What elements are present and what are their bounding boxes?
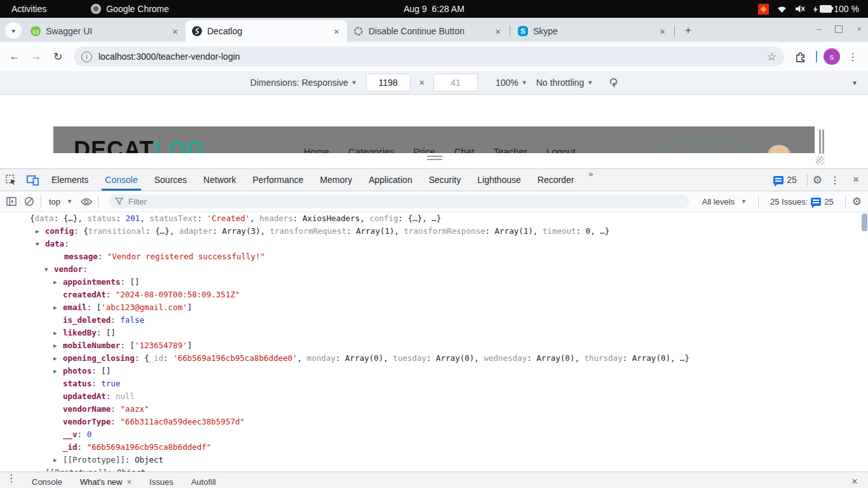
site-info-icon[interactable]: i <box>81 51 92 62</box>
drawer-tab-close-icon[interactable]: × <box>127 477 132 487</box>
device-toolbar-options-icon[interactable]: ▼ <box>851 79 858 86</box>
site-logo[interactable]: DECATLOG <box>74 137 205 153</box>
tab-close-icon[interactable]: × <box>171 26 179 37</box>
toggle-device-toolbar-button[interactable] <box>22 169 43 191</box>
url-text[interactable]: localhost:3000/teacher-vendor-login <box>98 51 766 62</box>
console-messages-count[interactable]: 25 <box>768 175 802 185</box>
tab-console[interactable]: Console <box>97 169 146 191</box>
extensions-button[interactable] <box>790 47 810 66</box>
console-line[interactable]: ▶email: ['abc123@gmail.com'] <box>0 301 868 314</box>
devtools-close-icon[interactable]: × <box>848 173 864 186</box>
console-sidebar-toggle-icon[interactable] <box>3 197 20 206</box>
more-tabs-icon[interactable]: » <box>582 169 599 191</box>
tab-recorder[interactable]: Recorder <box>529 169 583 191</box>
console-line[interactable]: ▶config: {transitional: {…}, adapter: Ar… <box>0 225 868 238</box>
collapsed-triangle-icon[interactable]: ▶ <box>53 365 63 377</box>
nav-link[interactable]: Teacher <box>493 146 527 153</box>
viewport-resize-grip[interactable] <box>427 156 442 161</box>
responsive-page-frame[interactable]: DECATLOG Home Categories Price Chat Teac… <box>53 126 815 153</box>
rotate-viewport-icon[interactable]: ⟳ <box>606 78 620 87</box>
clear-console-icon[interactable] <box>20 196 38 207</box>
bookmark-star-icon[interactable]: ☆ <box>766 50 778 64</box>
drawer-tab-whats-new[interactable]: What's new × <box>71 472 140 488</box>
tab-security[interactable]: Security <box>421 169 470 191</box>
tab-skype[interactable]: S Skype × <box>512 20 673 42</box>
window-restore-button[interactable] <box>835 25 843 33</box>
page-scrollbar[interactable] <box>819 130 821 154</box>
collapsed-triangle-icon[interactable]: ▶ <box>36 466 45 471</box>
issues-counter[interactable]: 25 Issues: 25 <box>765 197 839 207</box>
forward-button[interactable]: → <box>27 47 46 66</box>
tab-close-icon[interactable]: × <box>332 26 341 37</box>
viewport-width-input[interactable] <box>366 74 410 92</box>
console-line[interactable]: ▶appointments: [] <box>0 276 868 288</box>
tab-disable-continue-button[interactable]: Disable Continue Button × <box>347 20 508 42</box>
console-line[interactable]: ▶[[Prototype]]: Object <box>0 454 868 466</box>
console-line[interactable]: ▶[[Prototype]]: Object <box>0 466 868 471</box>
console-line[interactable]: ▶opening_closing: {_id: '66b569a196cb95c… <box>0 352 868 365</box>
back-button[interactable]: ← <box>5 47 24 66</box>
zoom-select[interactable]: 100% ▼ <box>496 78 527 88</box>
nav-link[interactable]: Logout <box>546 146 576 153</box>
collapsed-triangle-icon[interactable]: ▶ <box>53 327 63 339</box>
console-line[interactable]: ▶mobileNumber: ['123654789'] <box>0 339 868 352</box>
console-settings-icon[interactable]: ⚙ <box>852 195 862 208</box>
tab-performance[interactable]: Performance <box>244 169 311 191</box>
address-bar[interactable]: i localhost:3000/teacher-vendor-login ☆ <box>74 46 784 67</box>
drawer-menu-icon[interactable]: ⋮ <box>0 472 23 488</box>
console-line[interactable]: ▶likedBy: [] <box>0 327 868 339</box>
tab-search-button[interactable]: ▾ <box>5 22 22 39</box>
system-clock[interactable]: Aug 9 6:28 AM <box>0 4 868 14</box>
tab-elements[interactable]: Elements <box>43 169 97 191</box>
console-filter-input[interactable]: Filter <box>109 194 689 208</box>
expanded-triangle-icon[interactable]: ▼ <box>36 238 45 250</box>
browser-menu-button[interactable]: ⋮ <box>843 51 863 63</box>
devtools-menu-icon[interactable]: ⋮ <box>825 174 845 186</box>
collapsed-triangle-icon[interactable]: ▶ <box>53 339 63 352</box>
nav-link[interactable]: Price <box>414 146 435 153</box>
window-close-button[interactable]: × <box>857 24 862 34</box>
nav-link[interactable]: Chat <box>454 146 475 153</box>
console-line[interactable]: ▶photos: [] <box>0 365 868 377</box>
viewport-corner-resize-handle[interactable] <box>816 156 825 165</box>
tab-close-icon[interactable]: × <box>658 26 667 37</box>
tab-network[interactable]: Network <box>195 169 244 191</box>
collapsed-triangle-icon[interactable]: ▶ <box>53 352 63 365</box>
console-scrollbar-thumb[interactable] <box>862 214 867 231</box>
new-tab-button[interactable]: + <box>680 22 696 39</box>
tab-decatlog[interactable]: Decatlog × <box>186 20 347 42</box>
page-scrollbar[interactable] <box>822 130 824 154</box>
drawer-tab-issues[interactable]: Issues <box>140 472 182 488</box>
tab-application[interactable]: Application <box>360 169 421 191</box>
tab-close-icon[interactable]: × <box>494 26 502 37</box>
tab-swagger-ui[interactable]: {;} Swagger UI × <box>24 20 186 42</box>
eye-live-expression-icon[interactable] <box>78 198 95 206</box>
drawer-close-icon[interactable]: × <box>846 475 863 488</box>
throttling-select[interactable]: No throttling ▼ <box>536 78 593 88</box>
collapsed-triangle-icon[interactable]: ▶ <box>53 301 63 314</box>
profile-avatar[interactable]: s <box>824 48 840 65</box>
collapsed-triangle-icon[interactable]: ▶ <box>53 276 63 288</box>
inspect-element-button[interactable] <box>0 169 22 191</box>
viewport-height-input[interactable] <box>433 74 478 92</box>
nav-link[interactable]: Home <box>304 146 329 153</box>
collapsed-triangle-icon[interactable]: ▶ <box>53 454 63 466</box>
reload-button[interactable]: ↻ <box>48 47 67 66</box>
drawer-tab-console[interactable]: Console <box>23 472 71 488</box>
log-levels-select[interactable]: All levels ▼ <box>697 197 752 207</box>
console-context-select[interactable]: top ▼ <box>44 197 78 207</box>
tab-lighthouse[interactable]: Lighthouse <box>469 169 529 191</box>
console-line[interactable]: ▼vendor: <box>0 263 868 276</box>
console-line[interactable]: ▼data: <box>0 238 868 250</box>
cta-button[interactable]: Book Now <box>665 144 749 153</box>
drawer-tab-autofill[interactable]: Autofill <box>182 472 225 488</box>
console-line: {data: {…}, status: 201, statusText: 'Cr… <box>0 212 868 225</box>
dimensions-select[interactable]: Dimensions: Responsive ▼ <box>250 78 357 88</box>
expanded-triangle-icon[interactable]: ▼ <box>44 263 54 276</box>
nav-link[interactable]: Categories <box>348 146 395 153</box>
devtools-settings-icon[interactable]: ⚙ <box>813 173 822 187</box>
window-minimize-button[interactable]: – <box>817 24 821 34</box>
tab-memory[interactable]: Memory <box>312 169 361 191</box>
tab-sources[interactable]: Sources <box>146 169 195 191</box>
collapsed-triangle-icon[interactable]: ▶ <box>36 225 45 238</box>
